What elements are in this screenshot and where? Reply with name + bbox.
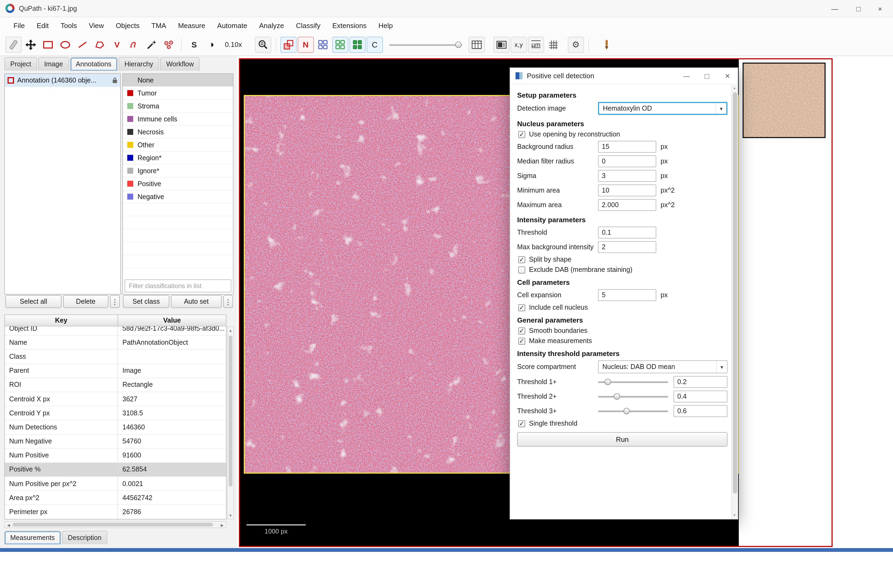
table-row[interactable]: Num Detections146360 <box>5 421 226 435</box>
threshold-3-slider[interactable] <box>598 407 668 415</box>
brightness-contrast-button[interactable]: ◑ <box>203 36 219 53</box>
class-item-region[interactable]: Region* <box>123 152 233 164</box>
scroll-up-icon[interactable]: ▲ <box>732 86 737 90</box>
scalebar-toggle-button[interactable]: µm <box>528 36 544 53</box>
fill-detections-button[interactable] <box>349 36 365 53</box>
show-names-button[interactable]: N <box>298 36 314 53</box>
single-threshold-checkbox[interactable]: ✓ <box>518 420 525 427</box>
background-radius-input[interactable] <box>598 141 656 153</box>
ellipse-tool-button[interactable] <box>57 36 73 53</box>
make-measurements-checkbox[interactable]: ✓ <box>518 337 525 344</box>
chevron-down-icon[interactable]: ▾ <box>716 103 726 114</box>
vertical-scroll-thumb[interactable] <box>229 335 232 487</box>
split-by-shape-checkbox[interactable]: ✓ <box>518 256 525 263</box>
slider-thumb[interactable] <box>604 379 611 385</box>
class-item-necrosis[interactable]: Necrosis <box>123 126 233 138</box>
column-header-value[interactable]: Value <box>118 315 226 326</box>
line-tool-button[interactable] <box>74 36 90 53</box>
make-measurements-row[interactable]: ✓Make measurements <box>518 337 728 345</box>
table-row[interactable]: Object ID58d79e2f-17c3-40a9-98f5-af3d0..… <box>5 326 226 335</box>
overview-thumbnail[interactable] <box>743 63 825 138</box>
show-detections-button[interactable] <box>332 36 348 53</box>
show-grid-button[interactable] <box>545 36 561 53</box>
maximum-area-input[interactable] <box>598 199 656 211</box>
annotation-list-item[interactable]: Annotation (146360 obje... <box>5 74 120 87</box>
detection-image-combo[interactable]: Hematoxylin OD ▾ <box>598 102 728 115</box>
magnification-value[interactable]: 0.10x <box>225 41 242 48</box>
column-header-key[interactable]: Key <box>5 315 118 326</box>
menu-classify[interactable]: Classify <box>290 17 326 33</box>
slider-thumb[interactable] <box>614 393 620 400</box>
dialog-minimize-button[interactable]: — <box>676 68 697 84</box>
brush-tool-button[interactable] <box>126 36 142 53</box>
show-classification-button[interactable]: C <box>367 36 383 53</box>
minimum-area-input[interactable] <box>598 185 656 196</box>
measurement-table[interactable]: Object ID58d79e2f-17c3-40a9-98f5-af3d0..… <box>4 326 227 519</box>
use-opening-row[interactable]: ✓Use opening by reconstruction <box>518 131 728 138</box>
show-annotations-button[interactable] <box>280 36 296 53</box>
max-background-intensity-input[interactable] <box>598 241 656 253</box>
class-item-stroma[interactable]: Stroma <box>123 100 233 113</box>
threshold-1-slider[interactable] <box>598 377 668 386</box>
minimize-button[interactable]: — <box>824 0 846 17</box>
slide-label-button[interactable] <box>493 36 510 53</box>
tab-annotations[interactable]: Annotations <box>70 57 117 71</box>
annotation-more-button[interactable]: ⋮ <box>110 295 120 308</box>
table-horizontal-scrollbar[interactable]: ◀ ▶ <box>4 521 227 528</box>
menu-analyze[interactable]: Analyze <box>253 17 290 33</box>
smooth-boundaries-row[interactable]: ✓Smooth boundaries <box>518 327 728 334</box>
opacity-slider-thumb[interactable] <box>455 41 462 48</box>
zoom-to-fit-button[interactable] <box>255 36 271 53</box>
table-row[interactable]: Perimeter px26786 <box>5 505 226 519</box>
score-compartment-combo[interactable]: Nucleus: DAB OD mean ▾ <box>598 360 728 373</box>
exclude-dab-checkbox[interactable] <box>518 266 525 273</box>
select-all-button[interactable]: Select all <box>5 295 62 308</box>
menu-extensions[interactable]: Extensions <box>326 17 372 33</box>
cell-expansion-input[interactable] <box>598 289 656 301</box>
threshold-2-slider[interactable] <box>598 392 668 401</box>
table-row[interactable]: Centroid X px3627 <box>5 392 226 406</box>
class-more-button[interactable]: ⋮ <box>223 295 233 308</box>
tab-description[interactable]: Description <box>62 531 107 544</box>
include-cell-nucleus-row[interactable]: ✓Include cell nucleus <box>518 304 728 311</box>
points-tool-button[interactable] <box>161 36 177 53</box>
chevron-down-icon[interactable]: ▾ <box>716 361 727 373</box>
table-row[interactable]: Num Negative54760 <box>5 435 226 448</box>
include-cell-nucleus-checkbox[interactable]: ✓ <box>518 304 525 311</box>
annotation-list[interactable]: Annotation (146360 obje... <box>4 74 121 295</box>
menu-view[interactable]: View <box>83 17 110 33</box>
class-item-positive[interactable]: Positive <box>123 177 233 190</box>
class-item-ignore[interactable]: Ignore* <box>123 164 233 177</box>
opacity-slider[interactable] <box>389 40 462 49</box>
tab-measurements[interactable]: Measurements <box>4 531 61 544</box>
class-item-tumor[interactable]: Tumor <box>123 87 233 100</box>
run-button[interactable]: Run <box>517 432 728 447</box>
table-row[interactable]: Centroid Y px3108.5 <box>5 406 226 420</box>
class-item-negative[interactable]: Negative <box>123 190 233 203</box>
table-row[interactable]: ROIRectangle <box>5 378 226 392</box>
menu-help[interactable]: Help <box>373 17 399 33</box>
show-tma-grid-button[interactable] <box>315 36 331 53</box>
dialog-close-button[interactable]: × <box>717 68 738 84</box>
table-row[interactable]: Num Positive per px^20.0021 <box>5 477 226 491</box>
measurement-table-button[interactable] <box>469 36 485 53</box>
threshold-input[interactable] <box>598 227 656 238</box>
class-item-other[interactable]: Other <box>123 138 233 152</box>
use-opening-checkbox[interactable]: ✓ <box>518 131 525 138</box>
dialog-scroll-thumb[interactable] <box>732 92 737 493</box>
menu-objects[interactable]: Objects <box>110 17 145 33</box>
threshold-1-input[interactable] <box>674 376 728 388</box>
class-item-none[interactable]: None <box>123 74 233 87</box>
tab-hierarchy[interactable]: Hierarchy <box>118 57 159 71</box>
tab-image[interactable]: Image <box>38 57 69 71</box>
class-item-immune-cells[interactable]: Immune cells <box>123 113 233 126</box>
memory-pin-button[interactable] <box>598 36 615 53</box>
exclude-dab-row[interactable]: Exclude DAB (membrane staining) <box>518 266 728 274</box>
close-button[interactable]: × <box>869 0 891 17</box>
selection-mode-button[interactable]: S <box>186 36 202 53</box>
menu-tma[interactable]: TMA <box>146 17 172 33</box>
move-tool-button[interactable] <box>23 36 39 53</box>
pen-tool-button[interactable] <box>5 36 21 53</box>
preferences-button[interactable]: ⚙ <box>568 36 584 53</box>
slider-thumb[interactable] <box>624 408 630 414</box>
